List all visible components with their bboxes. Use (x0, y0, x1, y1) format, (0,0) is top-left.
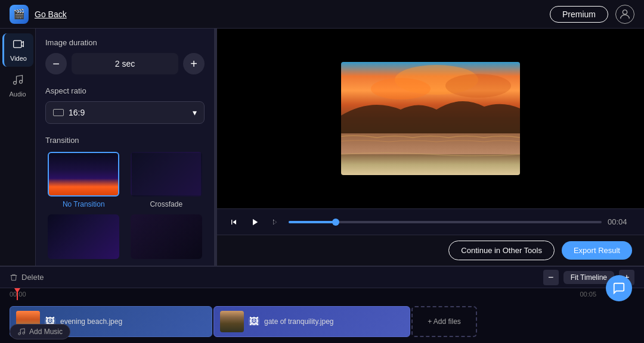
sidebar-video-label: Video (10, 55, 27, 62)
chevron-down-icon: ▾ (193, 108, 197, 117)
sidebar-item-audio[interactable]: Audio (2, 69, 33, 102)
duration-decrease-button[interactable]: − (45, 53, 67, 74)
aspect-ratio-select[interactable]: 16:9 ▾ (45, 101, 205, 124)
aspect-value: 16:9 (69, 108, 85, 117)
fit-timeline-button[interactable]: Fit Timeline (564, 271, 614, 284)
svg-point-0 (623, 10, 627, 14)
crossfade-thumb (131, 152, 202, 197)
progress-bar[interactable] (289, 221, 602, 223)
progress-fill (289, 221, 336, 223)
crossfade-label: Crossfade (150, 200, 182, 208)
clip-2-thumb (220, 311, 244, 332)
clip-1-name: evening beach.jpeg (60, 317, 122, 326)
sidebar-nav: Video Audio (0, 29, 36, 266)
image-duration-label: Image duration (45, 38, 205, 47)
duration-row: − + (45, 53, 205, 74)
chat-fab[interactable] (606, 275, 632, 301)
go-back-link[interactable]: Go Back (35, 10, 67, 19)
sidebar-item-video[interactable]: Video (2, 33, 33, 67)
transition-4-thumb (131, 214, 202, 259)
header-right: Premium (550, 5, 634, 24)
aspect-ratio-label: Aspect ratio (45, 86, 205, 95)
preview-area (217, 29, 644, 208)
transition-3-thumb (48, 214, 119, 259)
action-bar: Continue in Other Tools Export Result (217, 235, 644, 266)
time-display: 00:04 (608, 217, 634, 226)
transition-item-no-transition[interactable]: No Transition (45, 152, 122, 208)
svg-point-13 (23, 332, 25, 335)
playhead (17, 288, 18, 300)
header-left: 🎬 Go Back (10, 5, 67, 24)
timeline: Delete − Fit Timeline + 00:00 00:05 (0, 266, 644, 343)
video-preview (341, 62, 520, 175)
svg-rect-11 (220, 311, 244, 332)
transition-item-crossfade[interactable]: Crossfade (128, 152, 205, 208)
timeline-tracks: 🖼 evening beach.jpeg (0, 300, 644, 343)
duration-increase-button[interactable]: + (183, 53, 205, 74)
aspect-select-inner: 16:9 (53, 108, 85, 117)
user-icon[interactable] (615, 5, 634, 24)
transition-grid: No Transition Crossfade (45, 152, 205, 259)
skip-forward-button[interactable] (268, 215, 283, 229)
skip-back-button[interactable] (227, 215, 241, 229)
no-transition-thumb (48, 152, 119, 197)
clip-2-icon: 🖼 (249, 317, 259, 326)
zoom-out-button[interactable]: − (543, 270, 559, 285)
header: 🎬 Go Back Premium (0, 0, 644, 29)
clip-2[interactable]: 🖼 gate of tranquility.jpeg (213, 306, 410, 337)
content-area: 00:04 Continue in Other Tools Export Res… (217, 29, 644, 266)
play-button[interactable] (247, 214, 262, 230)
audio-icon (12, 74, 24, 89)
continue-button[interactable]: Continue in Other Tools (448, 241, 555, 260)
progress-handle[interactable] (332, 219, 339, 226)
svg-rect-1 (14, 40, 21, 48)
delete-label: Delete (21, 273, 44, 282)
add-music-label: Add Music (29, 328, 63, 336)
premium-button[interactable]: Premium (550, 6, 608, 23)
timeline-toolbar: Delete − Fit Timeline + (0, 267, 644, 288)
timeline-ruler: 00:00 00:05 (0, 288, 644, 300)
ruler-time-end: 00:05 (580, 291, 596, 298)
aspect-ratio-icon (53, 109, 64, 116)
app-icon: 🎬 (10, 5, 29, 24)
svg-rect-9 (341, 154, 520, 175)
svg-point-2 (13, 82, 16, 85)
transition-item-3[interactable] (45, 214, 122, 259)
svg-point-7 (445, 74, 511, 98)
sidebar-audio-label: Audio (9, 91, 26, 98)
add-files-button[interactable]: + Add files (411, 306, 477, 337)
delete-button[interactable]: Delete (10, 273, 44, 282)
player-controls: 00:04 (217, 208, 644, 235)
add-music-button[interactable]: Add Music (10, 324, 70, 339)
clip-2-name: gate of tranquility.jpeg (264, 317, 334, 326)
duration-input[interactable] (72, 53, 178, 74)
svg-point-12 (18, 333, 21, 335)
main: Video Audio Image duration − + Aspect ra… (0, 29, 644, 266)
transition-item-4[interactable] (128, 214, 205, 259)
video-icon (13, 38, 24, 53)
no-transition-label: No Transition (63, 200, 105, 208)
svg-point-6 (371, 78, 431, 99)
export-button[interactable]: Export Result (562, 241, 632, 260)
svg-point-3 (19, 80, 22, 83)
playhead-triangle (14, 288, 20, 293)
left-panel: Image duration − + Aspect ratio 16:9 ▾ T… (36, 29, 215, 266)
transition-label: Transition (45, 136, 205, 145)
